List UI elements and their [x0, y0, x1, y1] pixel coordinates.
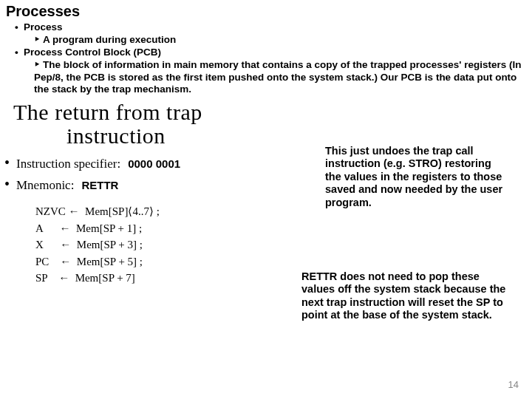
mnem-value: RETTR: [81, 179, 118, 191]
annotation-trap-undo: This just undoes the trap call instructi…: [325, 145, 508, 209]
section-title-line2: instruction: [13, 124, 532, 148]
math-row: A ← Mem[SP + 1] ;: [35, 220, 532, 237]
subbullet-program: A program during execution: [9, 34, 523, 47]
slide-title: Processes: [0, 0, 532, 21]
bullet-text: Process Control Block (PCB): [24, 47, 161, 58]
spec-label: Instruction specifier:: [16, 157, 120, 171]
mnem-label: Mnemonic:: [16, 178, 74, 193]
bullet-text: Process: [24, 21, 63, 33]
math-row: X ← Mem[SP + 3] ;: [35, 236, 532, 253]
bullet-process: Process: [9, 21, 523, 34]
page-number: 14: [508, 379, 519, 390]
spec-value: 0000 0001: [128, 157, 180, 170]
annotation-rettr-stack: RETTR does not need to pop these values …: [301, 270, 513, 322]
math-row: PC ← Mem[SP + 5] ;: [35, 253, 532, 270]
bullet-icon: •: [4, 176, 16, 193]
bullet-list: Process A program during execution Proce…: [0, 21, 532, 96]
subbullet-pcb-desc: The block of information in main memory …: [9, 59, 523, 97]
bullet-text: The block of information in main memory …: [34, 59, 522, 95]
bullet-text: A program during execution: [43, 34, 176, 45]
bullet-pcb: Process Control Block (PCB): [9, 47, 523, 59]
section-title-line1: The return from trap: [13, 100, 532, 124]
bullet-icon: •: [4, 154, 16, 171]
section-title: The return from trap instruction: [0, 96, 532, 147]
